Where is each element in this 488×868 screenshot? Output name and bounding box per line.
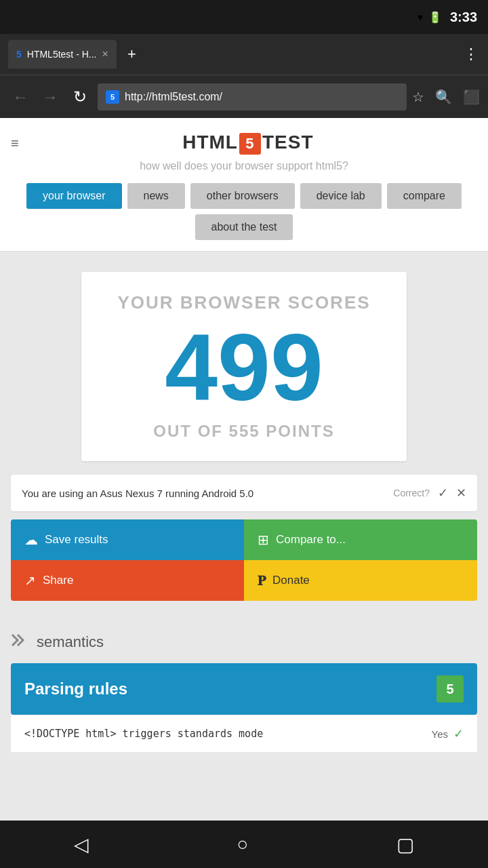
save-icon: ☁ bbox=[24, 532, 38, 548]
status-bar: ▾ 🔋 3:33 bbox=[0, 0, 488, 34]
correct-x-button[interactable]: ✕ bbox=[456, 486, 466, 500]
tab-title: HTML5test - H... bbox=[27, 49, 97, 60]
status-time: 3:33 bbox=[450, 9, 477, 25]
compare-icon: ⊞ bbox=[258, 532, 269, 548]
action-buttons: ☁ Save results ⊞ Compare to... ↗ Share 𝐏… bbox=[11, 519, 477, 601]
correct-area: Correct? ✓ ✕ bbox=[393, 486, 466, 500]
donate-label: Donate bbox=[272, 574, 310, 587]
nav-other-browsers[interactable]: other browsers bbox=[190, 183, 295, 209]
browser-menu-button[interactable]: ⋮ bbox=[464, 45, 480, 63]
search-icon[interactable]: 🔍 bbox=[435, 89, 452, 105]
bottom-navigation: ◁ ○ ▢ bbox=[0, 821, 488, 868]
semantics-icon bbox=[11, 632, 30, 652]
browser-tabs: 5 HTML5test - H... × + ⋮ bbox=[0, 34, 488, 75]
site-favicon: 5 bbox=[106, 90, 119, 104]
back-nav-button[interactable]: ◁ bbox=[74, 833, 89, 856]
back-button[interactable]: ← bbox=[8, 87, 33, 106]
active-tab[interactable]: 5 HTML5test - H... × bbox=[8, 40, 117, 68]
score-card: Your Browser Scores 499 out of 555 point… bbox=[81, 272, 407, 461]
url-text: http://html5test.com/ bbox=[125, 91, 222, 103]
address-bar-icons: ☆ 🔍 ⬛ bbox=[412, 89, 480, 105]
reload-button[interactable]: ↻ bbox=[68, 87, 92, 106]
doctype-check-icon: ✓ bbox=[453, 726, 464, 741]
nav-your-browser[interactable]: your browser bbox=[26, 183, 121, 209]
doctype-text: <!DOCTYPE html> triggers standards mode bbox=[24, 728, 263, 740]
url-input[interactable]: 5 http://html5test.com/ bbox=[98, 83, 407, 111]
device-text: You are using an Asus Nexus 7 running An… bbox=[22, 488, 393, 499]
score-out-of: out of 555 points bbox=[108, 422, 380, 441]
device-info: You are using an Asus Nexus 7 running An… bbox=[11, 475, 477, 511]
save-label: Save results bbox=[45, 533, 108, 547]
star-icon[interactable]: ☆ bbox=[412, 89, 424, 105]
share-button[interactable]: ↗ Share bbox=[11, 560, 244, 601]
status-icons: ▾ 🔋 bbox=[418, 11, 442, 24]
site-tagline: how well does your browser support html5… bbox=[140, 160, 348, 172]
home-nav-button[interactable]: ○ bbox=[237, 833, 249, 855]
bookmark-icon[interactable]: ⬛ bbox=[463, 89, 480, 105]
doctype-result: Yes ✓ bbox=[432, 726, 464, 741]
share-icon: ↗ bbox=[24, 572, 36, 589]
new-tab-button[interactable]: + bbox=[127, 45, 136, 63]
parsing-rules-score: 5 bbox=[436, 675, 464, 703]
nav-about-test[interactable]: about the test bbox=[195, 214, 293, 240]
logo-test: TEST bbox=[262, 132, 314, 153]
site-header-top: ≡ HTML5TEST bbox=[11, 132, 477, 155]
logo-html: HTML bbox=[182, 132, 238, 153]
nav-buttons: your browser news other browsers device … bbox=[11, 183, 477, 240]
donate-icon: 𝐏 bbox=[258, 573, 266, 589]
score-label: Your Browser Scores bbox=[108, 292, 380, 313]
hamburger-menu[interactable]: ≡ bbox=[11, 136, 19, 151]
nav-device-lab[interactable]: device lab bbox=[300, 183, 382, 209]
doctype-result-text: Yes bbox=[432, 728, 448, 740]
battery-icon: 🔋 bbox=[428, 11, 442, 24]
tab-close-button[interactable]: × bbox=[102, 48, 108, 60]
correct-label: Correct? bbox=[393, 488, 430, 498]
semantics-section: semantics Parsing rules 5 <!DOCTYPE html… bbox=[0, 612, 488, 763]
compare-button[interactable]: ⊞ Compare to... bbox=[244, 519, 477, 560]
parsing-rules-card[interactable]: Parsing rules 5 bbox=[11, 663, 477, 715]
wifi-icon: ▾ bbox=[418, 11, 423, 24]
nav-compare[interactable]: compare bbox=[387, 183, 462, 209]
semantics-title: semantics bbox=[37, 633, 104, 651]
correct-check-button[interactable]: ✓ bbox=[438, 486, 448, 500]
compare-label: Compare to... bbox=[276, 533, 346, 547]
site-header: ≡ HTML5TEST how well does your browser s… bbox=[0, 118, 488, 252]
parsing-rules-title: Parsing rules bbox=[24, 679, 127, 698]
address-bar: ← → ↻ 5 http://html5test.com/ ☆ 🔍 ⬛ bbox=[0, 75, 488, 118]
recents-nav-button[interactable]: ▢ bbox=[396, 833, 414, 856]
doctype-row: <!DOCTYPE html> triggers standards mode … bbox=[11, 715, 477, 752]
site-logo: HTML5TEST bbox=[19, 132, 477, 155]
share-label: Share bbox=[43, 574, 73, 587]
semantics-header: semantics bbox=[11, 632, 477, 652]
score-number: 499 bbox=[108, 320, 380, 415]
donate-button[interactable]: 𝐏 Donate bbox=[244, 560, 477, 601]
score-section: Your Browser Scores 499 out of 555 point… bbox=[0, 252, 488, 475]
logo-5: 5 bbox=[239, 133, 261, 155]
page-content: ≡ HTML5TEST how well does your browser s… bbox=[0, 118, 488, 763]
nav-news[interactable]: news bbox=[127, 183, 185, 209]
forward-button[interactable]: → bbox=[38, 87, 62, 106]
save-results-button[interactable]: ☁ Save results bbox=[11, 519, 244, 560]
